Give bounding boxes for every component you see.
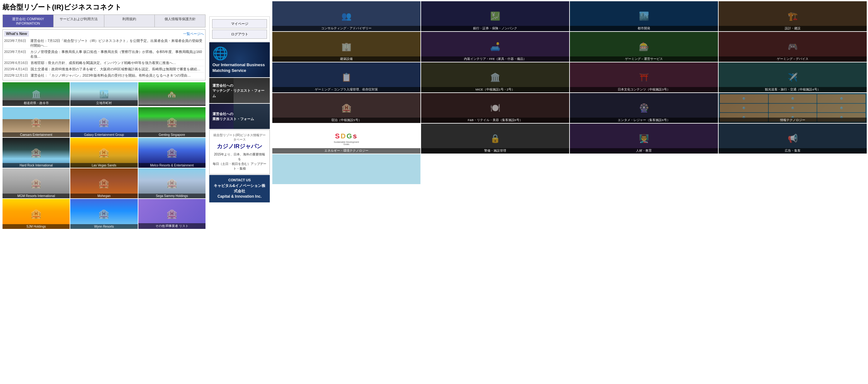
auth-box: マイページ ログアウト (209, 17, 270, 41)
news-text: 首相官邸：骨太の方針、成長戦略を閣議決定。インバウンド戦略やIR等を強力着実に推… (31, 61, 176, 65)
service-label: 設計・建設 (719, 26, 867, 31)
business-matching-card[interactable]: 🌐 Our International Business Matching Se… (209, 42, 270, 77)
nav-privacy[interactable]: 個人情報等保護方針 (155, 15, 205, 27)
casino-label: Las Vegas Sands (70, 163, 137, 168)
casino-label: Hard Rock International (2, 163, 70, 168)
casino-label: Caesars Entertainment (2, 132, 70, 137)
service-label: 建築設備 (272, 56, 421, 62)
globe-icon: 🌐 (212, 46, 267, 61)
service-card[interactable]: 👨‍🏫 人材・教育 (570, 124, 718, 153)
service-label: 宿泊（中核施設5号） (272, 118, 421, 123)
news-item[interactable]: 2023年7月4日カジノ管理委員会：事務局長人事 坂口拓也・事務局次長（警察庁出… (4, 49, 204, 60)
casino-card[interactable]: 🏨 Melco Resorts & Entertainment (138, 138, 206, 168)
service-card[interactable]: 🎰 ゲーミング－運営サービス (570, 32, 718, 62)
casino-ir-sublabel: 統合型リゾート(IR)ビジネス情報データベース (213, 133, 266, 142)
service-card[interactable]: 🍽️ F&B・リテイル・美容（集客施設6号） (421, 93, 569, 123)
page-title: 統合型リゾート(IR)ビジネスコネクト (2, 2, 206, 12)
news-item[interactable]: 2023年6月16日首相官邸：骨太の方針、成長戦略を閣議決定。インバウンド戦略や… (4, 60, 204, 66)
casino-card[interactable]: 🏨 Sega Sammy Holdings (138, 168, 206, 198)
news-header: What's New 一覧ページへ (4, 31, 204, 36)
casino-label: MGM Resorts International (2, 194, 70, 198)
news-item[interactable]: 2023年4月14日国土交通省：政府IR推進本部の了承を確て、大阪府のIR区域整… (4, 66, 204, 72)
news-date: 2023年4月14日 (4, 67, 28, 71)
casino-card[interactable]: 🏨 Genting Singapore (138, 107, 206, 137)
casino-card[interactable]: 🏨 SJM Holdings (2, 199, 70, 229)
business-matching-title: Our International Business Matching Serv… (212, 62, 267, 73)
service-card[interactable]: 📢 広告・集客 (719, 124, 867, 153)
matching-request-card[interactable]: 運営会社へのマッチング・リクエスト・フォーム (209, 78, 270, 103)
nav-terms[interactable]: 利用規約 (104, 15, 155, 27)
news-item[interactable]: 2022年12月1日運営会社：「カジノIRジャパン」2023年版有料会員の受付け… (4, 72, 204, 79)
location-city[interactable]: 🏙️ 立地市町村 (70, 82, 137, 106)
casino-card[interactable]: 🏨 Wynn Resorts (70, 199, 137, 229)
service-card[interactable]: 🏗️ 設計・建設 (719, 1, 867, 31)
service-card[interactable]: ⚙️⚙️⚙️⚙️⚙️⚙️⚙️⚙️⚙️ 情報テクノロジー (719, 93, 867, 123)
casino-card[interactable]: 🏨 Mohegan (70, 168, 137, 198)
service-label: エネルギー・環境テクノロジー (272, 148, 421, 153)
service-label: コンサルティング・アドバイザリー (272, 26, 421, 31)
village-label (138, 105, 206, 106)
nav-bar: 運営会社 COMPANY INFORMATION サービスおよび利用方法 利用規… (2, 14, 206, 27)
service-card[interactable]: 👥 コンサルティング・アドバイザリー (272, 1, 421, 31)
prefecture-label: 都道府県・政令市 (2, 100, 70, 106)
service-card[interactable]: 🎡 エンタメ・レジャー（集客施設6号） (570, 93, 718, 123)
location-prefecture[interactable]: 🏛️ 都道府県・政令市 (2, 82, 70, 106)
news-more-link[interactable]: 一覧ページへ (183, 32, 204, 36)
service-label: 都市開発 (570, 26, 718, 31)
casino-ir-box[interactable]: 統合型リゾート(IR)ビジネス情報データベース カジノIRジャパン 2015年よ… (209, 129, 270, 174)
service-card[interactable]: SDGs Sustainable DevelopmentGoals エネルギー・… (272, 124, 421, 153)
service-card[interactable]: ⛩️ 日本文化コンテンツ（中核施設3号） (570, 62, 718, 92)
service-card[interactable]: 🛋️ 内装インテリア・FFE（家具・什器・備品） (421, 32, 569, 62)
service-card[interactable]: 🎮 ゲーミング－デバイス (719, 32, 867, 62)
news-text: 運営会社：「カジノIRジャパン」2023年版有料会員の受付けを開始。有料会員とな… (31, 73, 191, 78)
service-label: ゲーミング－デバイス (719, 56, 867, 62)
service-card[interactable]: ✈️ 観光送客・旅行・交通（中核施設4号） (719, 62, 867, 92)
mypage-button[interactable]: マイページ (212, 19, 267, 28)
casino-card[interactable]: 🏨 Hard Rock International (2, 138, 70, 168)
news-text: 国土交通省：政府IR推進本部の了承を確て、大阪府のIR区域整備計画を認定。長崎県… (31, 67, 200, 71)
service-card[interactable]: 🏨 宿泊（中核施設5号） (272, 93, 421, 123)
casino-grid: 🏨 Caesars Entertainment 🏨 Galaxy Enterta… (2, 107, 206, 229)
service-label: 広告・集客 (719, 148, 867, 153)
logout-button[interactable]: ログアウト (212, 30, 267, 39)
casino-label: Sega Sammy Holdings (138, 194, 206, 198)
news-date: 2023年7月6日 (4, 38, 28, 48)
contact-box[interactable]: CONTACT US キャピタル&イノベーション株式会社 Capital & I… (209, 175, 270, 202)
service-label: F&B・リテイル・美容（集客施設6号） (421, 118, 569, 123)
matching-request-label: 運営会社へのマッチング・リクエスト・フォーム (212, 83, 267, 99)
service-card[interactable]: 💹 銀行・証券・保険・ノンバンク (421, 1, 569, 31)
service-card[interactable]: 🏛️ MICE（中核施設1号・2号） (421, 62, 569, 92)
casino-card[interactable]: 🏨 Caesars Entertainment (2, 107, 70, 137)
casino-card[interactable]: 🏨 Las Vegas Sands (70, 138, 137, 168)
casino-card[interactable]: 🏨 Galaxy Entertainment Group (70, 107, 137, 137)
village-img: 🏘️ (138, 82, 206, 106)
location-grid: 🏛️ 都道府県・政令市 🏙️ 立地市町村 🏘️ (2, 82, 206, 106)
casino-label: その他 IR事業者 リスト (138, 223, 206, 229)
nav-company-info[interactable]: 運営会社 COMPANY INFORMATION (3, 15, 54, 27)
casino-label: Genting Singapore (138, 132, 206, 137)
business-request-card[interactable]: 運営会社への業務リクエスト・フォーム (209, 104, 270, 129)
casino-label: Galaxy Entertainment Group (70, 132, 137, 137)
news-item[interactable]: 2023年7月6日運営会社：7月12日「統合型リゾート（IR）ビジネスコネクト」… (4, 38, 204, 49)
service-label: ゲーミング－コンプラ入場管理、依存症対策 (272, 87, 421, 92)
location-village[interactable]: 🏘️ (138, 82, 206, 106)
news-text: 運営会社：7月12日「統合型リゾート（IR）ビジネスコネクト」を公開予定。出展者… (30, 38, 204, 48)
casino-label: SJM Holdings (2, 224, 70, 229)
news-date: 2023年7月4日 (4, 50, 28, 59)
service-label: 日本文化コンテンツ（中核施設3号） (570, 87, 718, 92)
service-label: 人材・教育 (570, 148, 718, 153)
service-card[interactable]: 🏙️ 都市開発 (570, 1, 718, 31)
service-card[interactable]: 📋 ゲーミング－コンプラ入場管理、依存症対策 (272, 62, 421, 92)
service-label: 観光送客・旅行・交通（中核施設4号） (719, 87, 867, 92)
contact-label: CONTACT US (212, 178, 267, 182)
casino-card[interactable]: 🏨 その他 IR事業者 リスト (138, 199, 206, 229)
contact-company: キャピタル&イノベーション株式会社 Capital & Innovation I… (212, 183, 267, 199)
service-card[interactable]: 🔒 警備・施設管理 (421, 124, 569, 153)
service-label: 内装インテリア・FFE（家具・什器・備品） (421, 56, 569, 62)
nav-service[interactable]: サービスおよび利用方法 (54, 15, 104, 27)
casino-card[interactable]: 🏨 MGM Resorts International (2, 168, 70, 198)
service-card[interactable]: 🏢 建築設備 (272, 32, 421, 62)
service-label: エンタメ・レジャー（集客施設6号） (570, 118, 718, 123)
casino-ir-title: カジノIRジャパン (213, 143, 266, 150)
casino-label: Melco Resorts & Entertainment (138, 163, 206, 168)
